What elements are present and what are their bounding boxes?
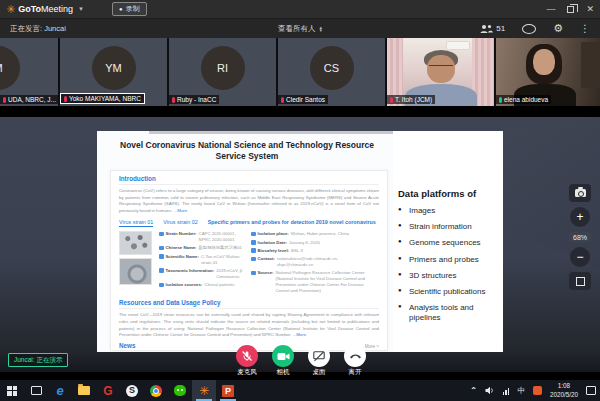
- field-icon: [251, 271, 256, 276]
- field-label: Contact:: [258, 256, 275, 268]
- browser-strip: [149, 131, 393, 134]
- more-options-icon[interactable]: ⋮: [580, 24, 590, 34]
- start-button[interactable]: [0, 380, 24, 401]
- layers-icon: [576, 277, 585, 286]
- record-label: 录制: [126, 4, 140, 14]
- participant-name: Cledir Santos: [286, 96, 325, 103]
- mic-muted-icon: [241, 350, 253, 362]
- chat-icon[interactable]: [522, 24, 536, 34]
- news-more-link[interactable]: More >: [365, 344, 379, 349]
- app-g-button[interactable]: G: [96, 380, 120, 401]
- app-title: GoToMeeting: [18, 4, 73, 14]
- hidden-icons-button[interactable]: ⌃: [470, 386, 477, 395]
- camera-toggle-button[interactable]: [272, 345, 294, 367]
- folder-icon: [78, 386, 90, 395]
- layout-button[interactable]: [569, 272, 591, 290]
- participant-name: Ruby - InaCC: [177, 96, 216, 103]
- attendees-button[interactable]: 51: [480, 24, 505, 34]
- close-button[interactable]: ✕: [586, 4, 594, 14]
- participant-video-tile[interactable]: elena abidueva: [496, 38, 600, 106]
- task-view-icon: [31, 386, 42, 395]
- micrograph-thumbnail[interactable]: [119, 231, 152, 255]
- data-platforms-heading: Data platforms of: [398, 188, 501, 199]
- app-menu[interactable]: ✳ GoToMeeting ▼: [6, 4, 84, 15]
- record-button[interactable]: ● 录制: [112, 2, 147, 16]
- bookshelf: [581, 42, 600, 88]
- leave-label: 离开: [349, 368, 362, 377]
- bullet-item: Scientific publications: [398, 287, 501, 297]
- policy-more-link[interactable]: ...More: [293, 332, 306, 337]
- field-label: Isolation Date:: [258, 240, 288, 246]
- field-value: January 6, 2020: [289, 240, 320, 246]
- view-all-dropdown[interactable]: 查看所有人 ▴▾: [278, 24, 322, 34]
- participant-name: Yoko MAKIYAMA, NBRC: [69, 95, 141, 102]
- settings-gear-icon[interactable]: ⚙: [553, 23, 563, 34]
- file-explorer-button[interactable]: [72, 380, 96, 401]
- participant-tile[interactable]: M UDA, NBRC, J...: [0, 38, 58, 106]
- snapshot-camera-button[interactable]: [569, 184, 591, 202]
- muted-mic-icon: [390, 97, 393, 103]
- presenter-badge: Juncai: 正在演示: [8, 353, 68, 367]
- restore-button[interactable]: [567, 6, 574, 13]
- record-dot-icon: ●: [119, 6, 123, 12]
- wechat-button[interactable]: [168, 380, 192, 401]
- windows-taskbar: e G S ✳ P ⌃ 中 1:08 2020/5/20: [0, 380, 600, 401]
- participant-video-tile[interactable]: T. Itoh (JCM): [387, 38, 494, 106]
- speaker-icon[interactable]: [485, 386, 495, 395]
- muted-mic-icon: [281, 97, 284, 103]
- muted-mic-icon: [172, 97, 175, 103]
- meeting-toolbar: 正在发言: Juncai 查看所有人 ▴▾ 51 ⚙ ⋮: [0, 18, 600, 38]
- leave-meeting-button[interactable]: [344, 345, 366, 367]
- zoom-out-button[interactable]: −: [570, 247, 590, 267]
- network-icon[interactable]: [503, 387, 510, 395]
- task-view-button[interactable]: [24, 380, 48, 401]
- field-label: Taxonomic Information:: [166, 268, 215, 280]
- viewer-controls: + 68% −: [566, 184, 594, 290]
- field-icon: [251, 232, 256, 237]
- field-icon: [251, 240, 256, 245]
- tray-app-icon[interactable]: [533, 386, 542, 395]
- stage: Novel Coronavirus National Science and T…: [0, 106, 600, 380]
- tab-primers-probes[interactable]: Specific primers and probes for detectio…: [208, 219, 376, 228]
- red-g-icon: G: [103, 385, 112, 397]
- sogou-button[interactable]: S: [120, 380, 144, 401]
- glasses: [429, 65, 453, 70]
- field-label: Biosafety level:: [258, 248, 290, 254]
- tab-virus-strain-01[interactable]: Virus strain 01: [119, 219, 153, 228]
- powerpoint-button[interactable]: P: [216, 380, 240, 401]
- person-silhouette: [533, 49, 555, 75]
- micrograph-thumbnail[interactable]: [119, 258, 152, 285]
- clock-time: 1:08: [550, 382, 578, 391]
- participant-tile[interactable]: RI Ruby - InaCC: [169, 38, 276, 106]
- action-center-icon[interactable]: [586, 386, 596, 395]
- participant-tile[interactable]: YM Yoko MAKIYAMA, NBRC: [60, 38, 167, 106]
- edge-taskbar-button[interactable]: e: [48, 380, 72, 401]
- ime-indicator[interactable]: 中: [517, 386, 525, 396]
- bullet-item: Images: [398, 206, 501, 216]
- taskbar-clock[interactable]: 1:08 2020/5/20: [550, 382, 578, 400]
- participant-tile[interactable]: CS Cledir Santos: [278, 38, 385, 106]
- zoom-level-badge: 68%: [569, 232, 591, 242]
- field-value: C-Tan-nCoV Wuhan strain 01: [201, 254, 245, 266]
- policy-text: The novel CoV—2019 strain resources can …: [119, 312, 379, 337]
- data-platforms-panel: Data platforms of Images Strain informat…: [398, 188, 501, 329]
- gotomeeting-taskbar-button[interactable]: ✳: [192, 380, 216, 401]
- field-icon: [159, 283, 164, 288]
- tab-virus-strain-02[interactable]: Virus strain 02: [163, 219, 197, 228]
- zoom-in-button[interactable]: +: [570, 207, 590, 227]
- field-label: Scientific Name:: [166, 254, 199, 266]
- content-card: Introduction Coronavirus (CoV) refers to…: [110, 170, 388, 351]
- screen-share-button[interactable]: [308, 345, 330, 367]
- avatar: CS: [310, 46, 354, 90]
- chrome-button[interactable]: [144, 380, 168, 401]
- participant-name: elena abidueva: [504, 96, 548, 103]
- minimize-button[interactable]: —: [546, 4, 555, 14]
- gotomeeting-window: ✳ GoToMeeting ▼ ● 录制 — ✕ 正在发言: Juncai 查看…: [0, 0, 600, 401]
- field-label: Strain Number:: [166, 231, 197, 243]
- field-value: 新型冠状病毒武汉株01: [199, 245, 242, 251]
- air-conditioner: [446, 41, 470, 50]
- system-tray: ⌃ 中 1:08 2020/5/20: [470, 382, 600, 400]
- active-speaker-label: 正在发言: Juncai: [10, 24, 66, 34]
- intro-more-link[interactable]: ...More: [174, 208, 187, 213]
- microphone-toggle-button[interactable]: [236, 345, 258, 367]
